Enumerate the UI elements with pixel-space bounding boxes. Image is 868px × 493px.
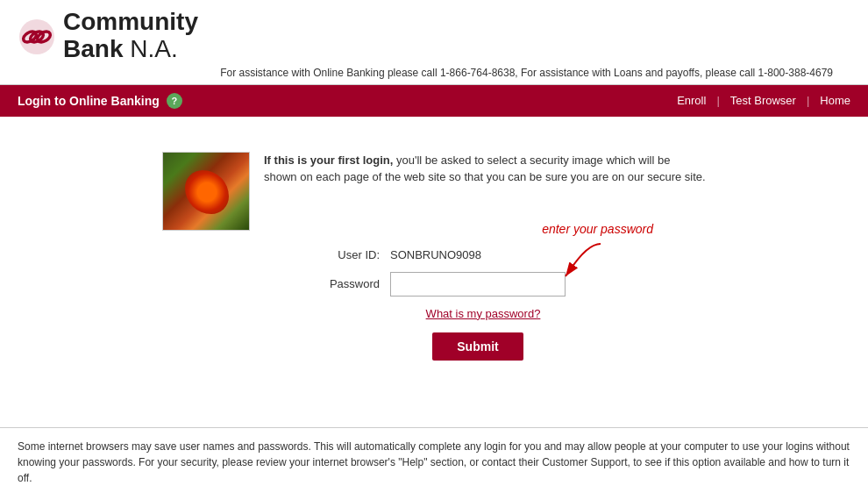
- submit-row: Submit: [162, 332, 706, 361]
- first-login-title: If this is your first login,: [264, 154, 393, 167]
- assistance-text: For assistance with Online Banking pleas…: [18, 63, 850, 84]
- logo-bank-na: Bank N.A.: [63, 36, 198, 63]
- enter-password-annotation: enter your password: [542, 222, 653, 236]
- nav-right: Enroll | Test Browser | Home: [677, 94, 850, 107]
- security-image: [162, 152, 250, 231]
- form-section: User ID: SONBRUNO9098 Password What is m…: [162, 248, 706, 361]
- logo-text: Community Bank N.A.: [63, 9, 198, 63]
- help-button[interactable]: ?: [167, 93, 182, 109]
- userid-value: SONBRUNO9098: [390, 248, 566, 261]
- first-login-text: If this is your first login, you'll be a…: [264, 152, 706, 186]
- bank-logo-icon: [18, 18, 56, 56]
- nav-bar: Login to Online Banking ? Enroll | Test …: [0, 85, 868, 117]
- password-row: Password: [162, 272, 706, 297]
- header: Community Bank N.A. For assistance with …: [0, 0, 868, 85]
- footer-text: Some internet browsers may save user nam…: [18, 440, 850, 484]
- password-label: Password: [302, 277, 390, 290]
- test-browser-link[interactable]: Test Browser: [730, 94, 796, 107]
- login-box: If this is your first login, you'll be a…: [162, 134, 706, 387]
- login-title: Login to Online Banking: [18, 94, 160, 108]
- enroll-link[interactable]: Enroll: [677, 94, 706, 107]
- main-content: If this is your first login, you'll be a…: [0, 117, 868, 404]
- userid-label: User ID:: [302, 248, 390, 261]
- userid-row: User ID: SONBRUNO9098: [162, 248, 706, 261]
- first-login-section: If this is your first login, you'll be a…: [162, 152, 706, 231]
- home-link[interactable]: Home: [820, 94, 850, 107]
- what-password-row: What is my password?: [162, 307, 706, 320]
- password-input[interactable]: [390, 272, 566, 297]
- footer-warning: Some internet browsers may save user nam…: [0, 427, 868, 493]
- submit-button[interactable]: Submit: [432, 332, 523, 361]
- nav-left: Login to Online Banking ?: [18, 93, 182, 109]
- logo-community: Community: [63, 9, 198, 36]
- what-password-link[interactable]: What is my password?: [426, 307, 541, 320]
